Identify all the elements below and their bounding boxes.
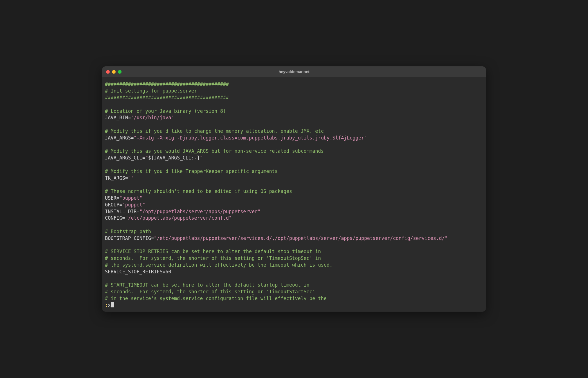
code-line: JAVA_BIN="/usr/bin/java" [105,114,483,121]
code-line: # Location of your Java binary (version … [105,108,483,115]
code-line: # Modify this if you'd like TrapperKeepe… [105,168,483,175]
code-line: JAVA_ARGS="-Xms1g -Xmx1g -Djruby.logger.… [105,135,483,141]
code-line: # the systemd.service definition will ef… [105,262,483,269]
command-line: :x [105,302,483,309]
string-value: "/etc/puppetlabs/puppetserver/services.d… [154,235,448,241]
code-line [105,222,483,228]
terminal-window: heyvaldemar.net ########################… [102,66,486,311]
cursor-icon [111,302,114,307]
code-line: GROUP="puppet" [105,202,483,208]
code-line: ########################################… [105,94,483,101]
code-line [105,275,483,282]
string-value: "puppet" [119,195,142,201]
string-value: "-Xms1g -Xmx1g -Djruby.logger.class=com.… [134,135,367,141]
code-line: # Init settings for puppetserver [105,88,483,94]
window-title: heyvaldemar.net [279,69,309,74]
code-line: BOOTSTRAP_CONFIG="/etc/puppetlabs/puppet… [105,235,483,242]
string-value: "" [128,175,134,181]
command-prefix: : [105,302,108,308]
code-line: INSTALL_DIR="/opt/puppetlabs/server/apps… [105,208,483,215]
code-line: # seconds. For systemd, the shorter of t… [105,255,483,262]
code-line [105,121,483,128]
code-line: # SERVICE_STOP_RETRIES can be set here t… [105,248,483,255]
string-value: " [145,155,148,161]
variable-name: INSTALL_DIR= [105,209,140,214]
terminal-content[interactable]: ########################################… [102,77,486,311]
close-button[interactable] [106,70,110,74]
code-line: # in the service's systemd.service confi… [105,295,483,302]
code-line: # START_TIMEOUT can be set here to alter… [105,282,483,289]
code-line [105,242,483,249]
code-line: JAVA_ARGS_CLI="${JAVA_ARGS_CLI:-}" [105,155,483,161]
maximize-button[interactable] [118,70,122,74]
code-line: TK_ARGS="" [105,175,483,182]
minimize-button[interactable] [112,70,116,74]
string-value: "/usr/bin/java" [131,115,174,120]
string-value: " [200,155,203,161]
string-value: "puppet" [122,202,145,208]
variable-name: JAVA_BIN= [105,115,131,120]
code-line: # Modify this if you'd like to change th… [105,128,483,135]
variable-name: BOOTSTRAP_CONFIG= [105,235,154,241]
code-line [105,181,483,188]
variable-name: CONFIG= [105,215,125,221]
code-line: # These normally shouldn't need to be ed… [105,188,483,195]
code-line: # Bootstrap path [105,228,483,235]
traffic-lights [106,70,122,74]
variable-name: JAVA_ARGS_CLI= [105,155,145,161]
code-line: CONFIG="/etc/puppetlabs/puppetserver/con… [105,215,483,222]
command-text: x [108,302,111,308]
code-line: # seconds. For systemd, the shorter of t… [105,289,483,295]
variable-name: TK_ARGS= [105,175,128,181]
code-line: ########################################… [105,81,483,88]
variable-name: JAVA_ARGS= [105,135,134,141]
string-value: "/etc/puppetlabs/puppetserver/conf.d" [125,215,232,221]
variable-expansion: ${JAVA_ARGS_CLI:-} [148,155,200,161]
code-line [105,101,483,108]
code-line: USER="puppet" [105,195,483,202]
code-line: # Modify this as you would JAVA_ARGS but… [105,148,483,155]
variable-name: GROUP= [105,202,122,208]
titlebar: heyvaldemar.net [102,66,486,77]
variable-name: USER= [105,195,119,201]
string-value: "/opt/puppetlabs/server/apps/puppetserve… [140,209,261,214]
code-line [105,141,483,148]
code-line [105,161,483,168]
code-line: SERVICE_STOP_RETRIES=60 [105,269,483,275]
